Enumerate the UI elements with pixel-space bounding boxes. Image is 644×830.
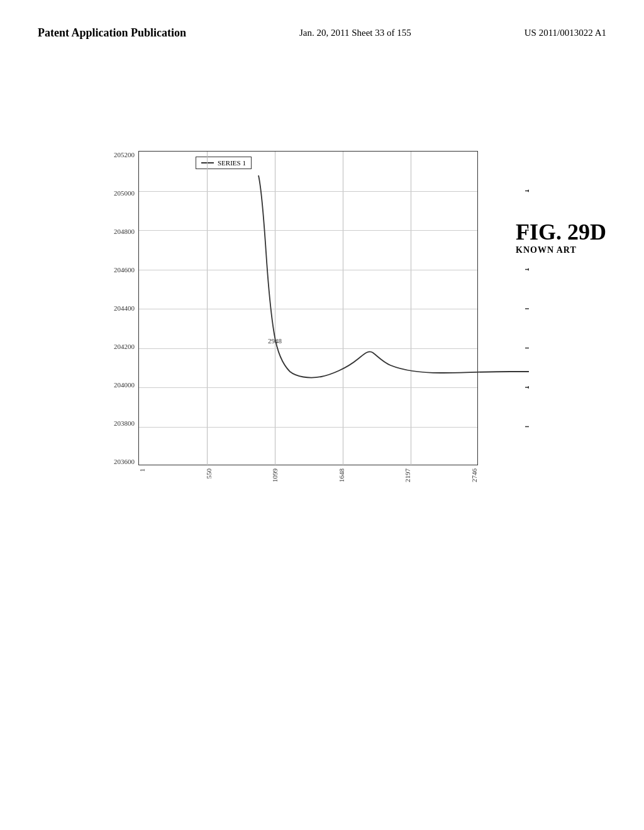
chart-curve bbox=[189, 152, 529, 466]
fig-number: FIG. 29D bbox=[516, 220, 606, 245]
x-label-3: 1648 bbox=[338, 468, 345, 482]
y-label-0: 203600 bbox=[114, 458, 135, 465]
y-label-3: 204200 bbox=[114, 343, 135, 350]
x-label-2: 1099 bbox=[271, 468, 279, 482]
sheet-info: Jan. 20, 2011 Sheet 33 of 155 bbox=[299, 25, 411, 40]
svg-point-9 bbox=[528, 386, 529, 389]
x-label-1: 550 bbox=[205, 468, 213, 479]
patent-number: US 2011/0013022 A1 bbox=[525, 25, 606, 40]
fig-subtitle: KNOWN ART bbox=[516, 245, 606, 255]
chart-container: 205200 205000 204800 204600 204400 20420… bbox=[88, 151, 497, 503]
y-axis-labels: 205200 205000 204800 204600 204400 20420… bbox=[88, 151, 138, 465]
y-label-8: 205200 bbox=[114, 151, 135, 158]
publication-title: Patent Application Publication bbox=[38, 25, 186, 41]
figure-label: FIG. 29D KNOWN ART bbox=[516, 220, 606, 255]
y-label-5: 204600 bbox=[114, 266, 135, 274]
y-label-6: 204800 bbox=[114, 228, 135, 235]
chart-area: 205200 205000 204800 204600 204400 20420… bbox=[50, 126, 541, 516]
page-header: Patent Application Publication Jan. 20, … bbox=[0, 0, 644, 41]
y-label-4: 204400 bbox=[114, 304, 135, 312]
svg-point-8 bbox=[528, 268, 529, 271]
x-label-5: 2746 bbox=[470, 468, 478, 482]
y-label-1: 203800 bbox=[114, 419, 135, 427]
annotation-2948: 2948 bbox=[268, 337, 282, 345]
y-label-2: 204000 bbox=[114, 381, 135, 389]
chart-box: SERIES 1 bbox=[138, 151, 478, 465]
x-label-0: 1 bbox=[138, 468, 146, 472]
x-axis-labels: 1 550 1099 1648 2197 2746 bbox=[138, 468, 478, 482]
x-label-4: 2197 bbox=[404, 468, 411, 482]
svg-point-7 bbox=[528, 190, 529, 192]
y-label-7: 205000 bbox=[114, 189, 135, 197]
